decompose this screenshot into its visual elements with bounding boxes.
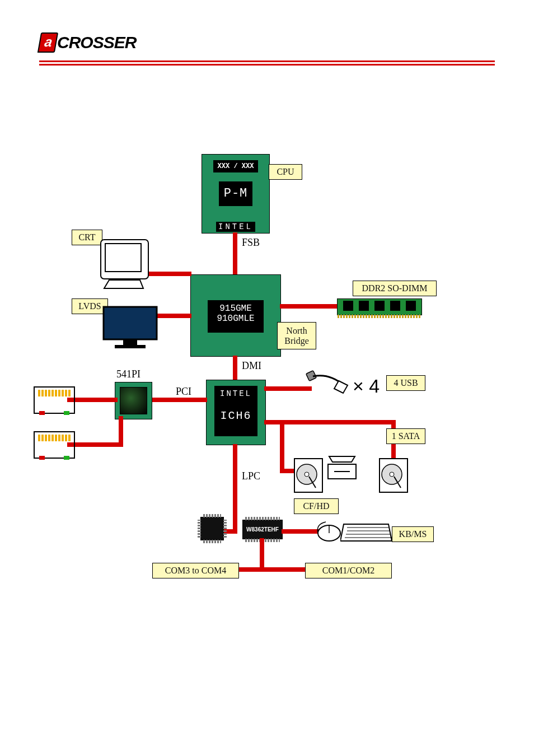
lpc-ic-icon: [200, 517, 224, 540]
svg-rect-1: [105, 244, 141, 272]
cpu-vendor: INTEL: [216, 222, 255, 232]
logo-a-icon: a: [38, 32, 58, 53]
sb-core: INTEL ICH6: [214, 386, 257, 436]
fsb-label: FSB: [242, 237, 260, 249]
header-rule: [39, 60, 495, 62]
superio-chip: W8362TEHF: [242, 520, 283, 539]
brand-logo: a CROSSER: [39, 32, 136, 53]
northbridge: 915GME 910GMLE: [190, 274, 281, 357]
svg-rect-4: [115, 345, 146, 348]
com12-label: COM1/COM2: [305, 563, 392, 578]
cf-slot-icon: [326, 452, 358, 483]
dmi-bus: [233, 356, 237, 381]
kbms-label: KB/MS: [392, 526, 434, 542]
lcd-monitor-icon: [101, 304, 162, 352]
ddr-bus: [280, 304, 339, 309]
cfhd-label: CF/HD: [294, 498, 339, 514]
dimm-icon: [337, 298, 422, 315]
usb-mult: × 4: [353, 375, 380, 397]
sata-hdd-icon: [377, 456, 411, 496]
sb-model: ICH6: [214, 409, 257, 422]
svg-point-11: [305, 472, 309, 477]
cpu-sku: XXX / XXX: [213, 160, 258, 172]
lpc-label: LPC: [242, 470, 260, 482]
eth-bus-v: [119, 416, 123, 447]
rj45-1-icon: [34, 386, 75, 414]
cpu-model: P-M: [219, 181, 252, 206]
rj45-2-icon: [34, 431, 75, 459]
dmi-label: DMI: [242, 360, 261, 372]
crt-monitor-icon: [92, 235, 154, 297]
lpc-bus: [233, 444, 237, 534]
svg-rect-3: [123, 339, 137, 345]
usb-plug-icon: [305, 370, 350, 398]
superio-label: W8362TEHF: [243, 520, 282, 539]
sata-label: 1 SATA: [386, 428, 425, 444]
block-diagram: XXX / XXX P-M INTEL CPU FSB 915GME 910GM…: [34, 154, 493, 608]
pci-label: PCI: [176, 386, 191, 398]
nb-chip1: 915GME: [208, 304, 264, 314]
com34-label: COM3 to COM4: [152, 563, 239, 578]
southbridge: INTEL ICH6: [206, 380, 266, 445]
keyboard-icon: [340, 521, 394, 546]
cpu-chip: XXX / XXX P-M INTEL: [202, 154, 270, 234]
fsb-bus: [233, 232, 237, 274]
svg-rect-2: [104, 307, 157, 339]
hdd-icon: [292, 456, 326, 496]
usb-label: 4 USB: [386, 375, 425, 391]
eth-bus-2: [67, 442, 120, 447]
cpu-label: CPU: [269, 164, 302, 180]
nb-chip2: 910GMLE: [208, 314, 264, 324]
nb-label: North Bridge: [277, 322, 316, 349]
eth-chip: [115, 382, 152, 419]
com-bus-v: [260, 538, 264, 572]
svg-point-8: [390, 472, 394, 477]
header-rule-2: [39, 64, 495, 66]
ide-bus-v: [280, 420, 284, 473]
brand-text: CROSSER: [57, 33, 136, 52]
sb-vendor: INTEL: [214, 386, 257, 402]
nb-core: 915GME 910GMLE: [208, 300, 264, 333]
pci-bus: [146, 398, 207, 402]
eth-label: 541PI: [116, 368, 140, 380]
ddr-label: DDR2 SO-DIMM: [353, 281, 437, 296]
